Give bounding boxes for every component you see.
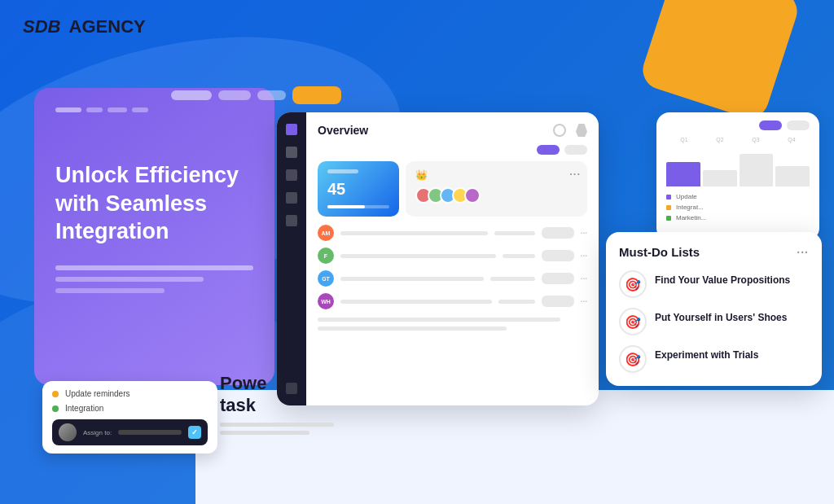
rp-label-q2: Q2 (716, 137, 723, 142)
rp-dot-green (666, 216, 671, 221)
task-row-f: F ··· (318, 248, 587, 264)
task-avatar-am: AM (318, 225, 334, 241)
search-icon[interactable] (553, 124, 566, 137)
stats-row: 45 👑 ··· (318, 161, 587, 217)
bar1 (55, 107, 81, 112)
task-more-am[interactable]: ··· (581, 229, 587, 238)
task-tag-f (542, 250, 574, 261)
rp-chart-labels: Q1 Q2 Q3 Q4 (666, 137, 810, 142)
rp-bar-2 (703, 170, 737, 186)
sidebar-icon-user (286, 147, 297, 158)
bar2 (86, 107, 103, 112)
must-do-icon-2: 🎯 (619, 308, 647, 335)
dash-bottom-lines (318, 318, 587, 331)
must-do-text-2: Put Yourself in Users' Shoes (655, 308, 787, 325)
green-dot (52, 405, 59, 412)
must-do-icon-1: 🎯 (619, 270, 647, 298)
line1 (55, 265, 253, 270)
dashboard-sidebar (277, 112, 306, 405)
hero-card-top-bars (55, 107, 253, 112)
stat-card-team: 👑 ··· (406, 161, 587, 217)
task-more-f[interactable]: ··· (581, 252, 587, 261)
rp-label-q1: Q1 (680, 137, 687, 142)
sidebar-icon-settings (286, 215, 297, 226)
must-do-item-1: 🎯 Find Your Value Propositions (619, 270, 809, 298)
hero-card-lines (55, 265, 253, 293)
sidebar-icon-people (286, 169, 297, 181)
task-avatar-gt: GT (318, 270, 334, 287)
task-row-am: AM ··· (318, 225, 587, 241)
pill-1 (171, 90, 212, 100)
toggle-row (318, 145, 587, 155)
line3 (55, 288, 165, 293)
toggle-off[interactable] (564, 145, 587, 155)
avatar-row (415, 187, 577, 204)
check-mark: ✓ (191, 428, 198, 436)
assign-avatar (59, 423, 77, 441)
task-bar2-f (503, 254, 535, 258)
team-dots-menu[interactable]: ··· (569, 168, 581, 180)
rp-toggle-row (666, 121, 810, 130)
rp-dot-orange (666, 205, 671, 210)
task-list: AM ··· F ··· GT ··· WH (318, 225, 587, 309)
task-tag-wh (542, 296, 574, 307)
assign-check-icon[interactable]: ✓ (188, 426, 201, 439)
bar3 (108, 107, 127, 112)
must-do-title: Must-Do Lists (619, 245, 700, 259)
power-headline: Powetask (220, 373, 334, 416)
stat-number: 45 (327, 180, 389, 199)
dash-header: Overview (318, 124, 587, 137)
small-task-card: Update reminders Integration Assign to: … (42, 381, 217, 454)
floating-pills-row (171, 86, 341, 104)
headline-text: Unlock Efficiency with Seamless Integrat… (55, 161, 253, 246)
assign-text-placeholder (118, 430, 182, 435)
task-row-gt: GT ··· (318, 270, 587, 287)
rp-list-item-1: Update (666, 193, 810, 200)
small-card-item-2: Integration (52, 404, 208, 413)
toggle-on[interactable] (537, 145, 560, 155)
task-row-wh: WH ··· (318, 293, 587, 309)
hero-headline: Unlock Efficiency with Seamless Integrat… (55, 161, 253, 246)
orange-dot (52, 391, 59, 397)
must-do-card: Must-Do Lists ··· 🎯 Find Your Value Prop… (606, 232, 822, 386)
dash-title: Overview (318, 124, 368, 137)
logo-text: SDB AGENCY (23, 16, 146, 37)
task-bar2-wh (498, 300, 535, 304)
task-more-wh[interactable]: ··· (581, 297, 587, 306)
must-do-text-3: Experiment with Trials (655, 345, 758, 362)
task-bar-wh (340, 300, 492, 304)
task-bar2-gt (490, 277, 535, 281)
must-do-item-2: 🎯 Put Yourself in Users' Shoes (619, 308, 809, 335)
rp-item-label-3: Marketin... (676, 214, 706, 221)
task-tag-gt (542, 273, 574, 284)
power-text-area: Powetask (220, 373, 334, 435)
bell-icon[interactable] (576, 124, 587, 137)
dashboard-main: Overview 45 👑 (306, 112, 599, 405)
power-lines (220, 423, 334, 435)
stat-top-bar (327, 169, 358, 173)
rp-toggle-on[interactable] (759, 121, 782, 130)
pill-3 (257, 90, 286, 100)
rp-toggle-off[interactable] (787, 121, 810, 130)
hero-card: Unlock Efficiency with Seamless Integrat… (34, 88, 274, 385)
item-1-text: Update reminders (65, 389, 129, 398)
rp-label-q3: Q3 (752, 137, 759, 142)
rp-bar-4 (775, 166, 810, 186)
task-bar-am (340, 231, 488, 235)
logo: SDB AGENCY (23, 16, 146, 37)
rp-item-label-2: Integrat... (676, 204, 704, 211)
rp-dot-purple (666, 195, 671, 199)
pill-2 (218, 90, 251, 100)
task-more-gt[interactable]: ··· (581, 274, 587, 283)
rp-list-item-3: Marketin... (666, 214, 810, 221)
sidebar-icon-chart (286, 192, 297, 204)
assign-row: Assign to: ✓ (52, 419, 208, 445)
pill-active (292, 86, 341, 104)
right-panel: Q1 Q2 Q3 Q4 Update Integrat... Marketin.… (656, 112, 819, 241)
task-bar-f (340, 254, 496, 258)
rp-list: Update Integrat... Marketin... (666, 193, 810, 221)
sidebar-icon-grid (286, 124, 297, 135)
assign-label: Assign to: (83, 429, 112, 436)
must-do-dots-menu[interactable]: ··· (797, 246, 809, 259)
rp-list-item-2: Integrat... (666, 204, 810, 211)
